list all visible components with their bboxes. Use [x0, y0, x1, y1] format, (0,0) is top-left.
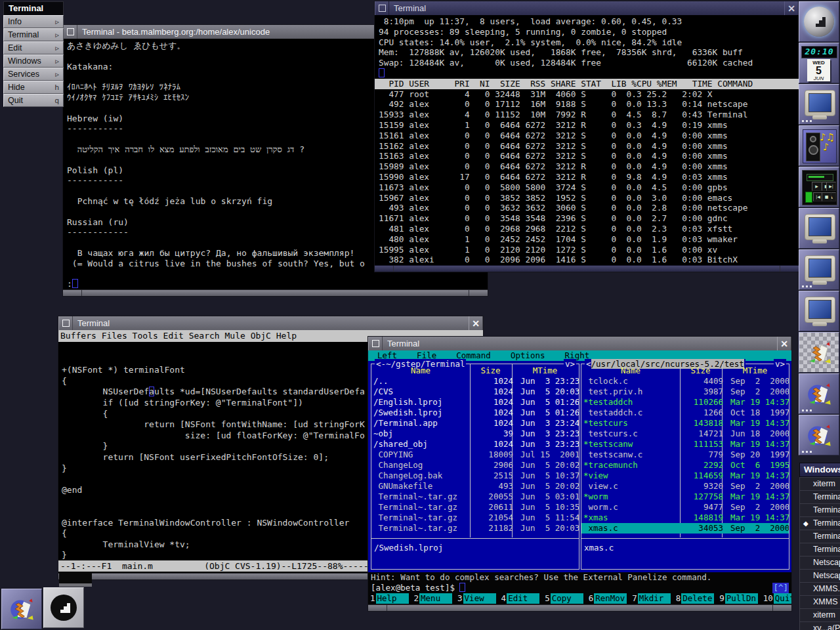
menu-item-info[interactable]: Info▹ [3, 15, 64, 28]
emacs-menu-buffers[interactable]: Buffers [60, 331, 96, 341]
dock-tile-terminal-4[interactable] [799, 291, 839, 331]
window-list-item[interactable]: xiterm [799, 608, 840, 621]
mc-header-mtime[interactable]: MTime [511, 366, 579, 376]
fkey-copy[interactable]: 5Copy [544, 593, 583, 604]
fkey-quit[interactable]: 10Quit [763, 593, 791, 604]
window-list-item[interactable]: XMMS Pl... [799, 595, 840, 608]
window-list-item[interactable]: Terminal◆ [799, 516, 840, 530]
dock-tile-audio[interactable]: ♪♫ ♪ [799, 125, 839, 166]
file-row[interactable]: testscanw.c779Sep 20 1997 [581, 450, 789, 460]
emacs-menu-mule[interactable]: Mule [225, 331, 245, 341]
close-button[interactable]: ✕ [469, 316, 483, 330]
window-list-item[interactable]: xv...a(P... [799, 621, 840, 630]
resize-bar[interactable] [63, 289, 488, 296]
file-row[interactable]: /..1024Jun 3 23:23 [371, 376, 579, 387]
dock-tile-app-x1[interactable] [799, 373, 839, 414]
dock-tile-gnustep[interactable] [799, 1, 839, 42]
fkey-pulldn[interactable]: 9PullDn [719, 593, 758, 604]
miniaturize-button[interactable] [368, 337, 383, 350]
menu-item-terminal[interactable]: Terminal▹ [3, 28, 64, 41]
resize-bar[interactable] [375, 265, 799, 272]
file-row[interactable]: ChangeLog2906Jun 5 20:02 [371, 460, 579, 471]
window-list-item[interactable]: Netscape [799, 569, 840, 582]
miniwindow-gnustep[interactable] [43, 587, 84, 628]
menu-item-services[interactable]: Services▹ [3, 68, 64, 81]
emacs-menu-search[interactable]: Search [189, 331, 220, 341]
file-row[interactable]: COPYING18009Jul 15 2001 [371, 450, 579, 460]
mc-header-size[interactable]: Size [680, 366, 721, 376]
dock-tile-terminal-3[interactable] [799, 249, 839, 290]
fkey-view[interactable]: 3View [457, 593, 496, 604]
menu-item-hide[interactable]: Hideh [3, 81, 64, 94]
close-button[interactable]: ✕ [777, 337, 791, 350]
file-row[interactable]: test.priv.h3987Sep 2 2000 [581, 387, 789, 397]
file-row[interactable]: *tracemunch2292Oct 6 1995 [581, 460, 789, 471]
mc-header-name[interactable]: Name [581, 366, 680, 376]
mc-header-name[interactable]: Name [371, 366, 470, 376]
menu-item-edit[interactable]: Edit▹ [3, 41, 64, 54]
file-row[interactable]: Terminal~.tar.gz21054Jun 5 11:54 [371, 513, 579, 523]
miniaturize-button[interactable] [63, 25, 77, 39]
miniaturize-button[interactable] [375, 1, 389, 15]
file-row[interactable]: ChangeLog.bak2515Jun 5 10:37 [371, 471, 579, 481]
terminal-output[interactable]: 8:10pm up 11:37, 8 users, load average: … [375, 15, 799, 265]
emacs-menu-edit[interactable]: Edit [163, 331, 184, 341]
file-row[interactable]: testaddch.c1266Oct 18 1997 [581, 408, 789, 418]
window-list-item[interactable]: xiterm [799, 477, 840, 490]
titlebar[interactable]: Terminal ✕ [375, 1, 799, 15]
file-row[interactable]: /CVS1024Jun 5 20:03 [371, 387, 579, 397]
file-row[interactable]: GNUmakefile493Jun 5 20:02 [371, 481, 579, 492]
file-row[interactable]: testcurs.c14721Jun 18 2000 [581, 429, 789, 439]
window-list-title[interactable]: Windows [799, 463, 840, 477]
file-row[interactable]: worm.c9477Sep 2 2000 [581, 502, 789, 513]
dock-tile-terminal-1[interactable] [799, 84, 839, 125]
app-menu-title[interactable]: Terminal [3, 1, 64, 15]
fkey-renmov[interactable]: 6RenMov [588, 593, 627, 604]
window-list-item[interactable]: Terminal [799, 530, 840, 543]
fkey-edit[interactable]: 4Edit [501, 593, 540, 604]
emacs-menu-help[interactable]: Help [276, 331, 297, 341]
file-row[interactable]: /Terminal.app1024Jun 3 23:24 [371, 418, 579, 429]
titlebar[interactable]: Terminal ✕ [368, 337, 791, 350]
menu-item-windows[interactable]: Windows▹ [3, 54, 64, 68]
emacs-menu-tools[interactable]: Tools [133, 331, 158, 341]
window-list-item[interactable]: Terminal [799, 490, 840, 503]
file-row[interactable]: *testaddch110266Mar 19 14:37 [581, 397, 789, 408]
titlebar[interactable]: Terminal ✕ [58, 316, 483, 330]
fkey-delete[interactable]: 8Delete [675, 593, 715, 604]
close-button[interactable]: ✕ [784, 1, 799, 15]
file-row[interactable]: *testscanw111153Mar 19 14:37 [581, 439, 789, 450]
dock-tile-app-ghost[interactable] [799, 332, 839, 373]
window-list-item[interactable]: Netscape [799, 556, 840, 569]
file-row[interactable]: *xmas148819Mar 19 14:37 [581, 513, 789, 523]
file-row[interactable]: Terminal~.tar.gz21182Jun 5 20:03 [371, 523, 579, 534]
dock-tile-app-x2[interactable] [799, 415, 839, 455]
window-list-item[interactable]: XMMS... [799, 582, 840, 595]
miniaturize-button[interactable] [58, 316, 73, 330]
dock-tile-clock[interactable]: 20:10 WED 5 JUN [799, 43, 839, 83]
file-row[interactable]: Terminal~.tar.gz20611Jun 5 10:35 [371, 502, 579, 513]
fkey-help[interactable]: 1Help [369, 593, 409, 604]
dock-tile-player[interactable]: ▶ ▮▮ ▲ |◀ ▶| ■ [799, 167, 839, 207]
file-row[interactable]: /shared_obj1024Jun 3 23:23 [371, 439, 579, 450]
dock-tile-terminal-2[interactable] [799, 208, 839, 249]
file-row[interactable]: *worm127758Mar 19 14:37 [581, 492, 789, 502]
window-list-item[interactable]: Terminal [799, 543, 840, 556]
file-row[interactable]: view.c9320Sep 2 2000 [581, 481, 789, 492]
window-list-item[interactable]: Terminal [799, 503, 840, 516]
file-row[interactable]: *testcurs143818Mar 19 14:37 [581, 418, 789, 429]
file-row[interactable]: Terminal~.tar.gz20055Jun 5 03:01 [371, 492, 579, 502]
file-row[interactable]: ~obj39Jun 3 23:23 [371, 429, 579, 439]
file-row[interactable]: *view114659Mar 19 14:37 [581, 471, 789, 481]
file-row[interactable]: tclock.c4409Sep 2 2000 [581, 376, 789, 387]
fkey-menu[interactable]: 2Menu [413, 593, 453, 604]
menu-item-quit[interactable]: Quitq [3, 94, 64, 107]
mc-header-mtime[interactable]: MTime [721, 366, 789, 376]
appicon-app-x[interactable] [1, 589, 42, 629]
resize-bar[interactable] [368, 604, 791, 611]
emacs-menu-files[interactable]: Files [102, 331, 127, 341]
fkey-mkdir[interactable]: 7Mkdir [631, 593, 671, 604]
mc-menu-options[interactable]: Options [511, 350, 545, 361]
mc-header-size[interactable]: Size [470, 366, 511, 376]
file-row[interactable]: xmas.c34053Sep 2 2000 [581, 523, 789, 534]
